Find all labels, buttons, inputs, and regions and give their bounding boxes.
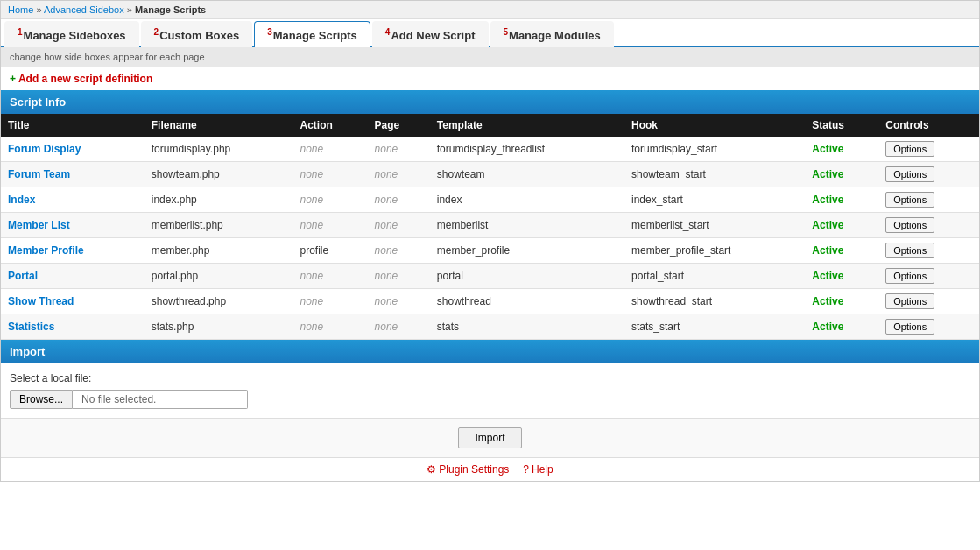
title-link[interactable]: Member List	[8, 219, 70, 231]
options-button[interactable]: Options	[885, 217, 934, 233]
nav-tabs: 1Manage Sideboxes2Custom Boxes3Manage Sc…	[1, 19, 979, 47]
table-row: Member List memberlist.php none none mem…	[1, 213, 979, 238]
cell-filename: memberlist.php	[145, 213, 293, 238]
cell-filename: index.php	[145, 187, 293, 213]
cell-hook: memberlist_start	[624, 213, 805, 238]
cell-hook: index_start	[624, 187, 805, 213]
plugin-settings-link[interactable]: ⚙ Plugin Settings	[427, 463, 509, 476]
cell-controls: Options	[878, 314, 979, 340]
cell-template: member_profile	[430, 238, 624, 264]
tab-manage-sideboxes[interactable]: 1Manage Sideboxes	[4, 21, 139, 47]
cell-action: none	[293, 137, 368, 162]
status-badge: Active	[812, 194, 843, 206]
help-link[interactable]: ? Help	[523, 463, 553, 476]
cell-title: Member List	[1, 213, 145, 238]
plugin-settings-icon: ⚙	[427, 463, 436, 476]
add-new-script-link[interactable]: Add a new script definition	[10, 73, 152, 85]
breadcrumb-advanced-sidebox[interactable]: Advanced Sidebox	[44, 4, 124, 15]
tab-manage-modules[interactable]: 5Manage Modules	[490, 21, 614, 47]
cell-template: showthread	[430, 289, 624, 314]
browse-button[interactable]: Browse...	[10, 390, 73, 409]
cell-page: none	[368, 264, 430, 289]
import-btn-row: Import	[1, 418, 979, 457]
cell-status: Active	[805, 289, 878, 314]
table-header-row: Title Filename Action Page Template Hook…	[1, 114, 979, 137]
cell-filename: showteam.php	[145, 162, 293, 187]
cell-page: none	[368, 162, 430, 187]
page-wrapper: Home » Advanced Sidebox » Manage Scripts…	[0, 0, 980, 482]
cell-template: index	[430, 187, 624, 213]
breadcrumb-current: Manage Scripts	[135, 4, 206, 15]
cell-controls: Options	[878, 187, 979, 213]
import-body: Select a local file: Browse... No file s…	[1, 363, 979, 418]
cell-controls: Options	[878, 137, 979, 162]
table-row: Member Profile member.php profile none m…	[1, 238, 979, 264]
options-button[interactable]: Options	[885, 268, 934, 284]
cell-page: none	[368, 213, 430, 238]
description-bar: change how side boxes appear for each pa…	[1, 47, 979, 67]
options-button[interactable]: Options	[885, 166, 934, 182]
cell-template: memberlist	[430, 213, 624, 238]
status-badge: Active	[812, 219, 843, 231]
title-link[interactable]: Portal	[8, 270, 38, 282]
cell-hook: showteam_start	[624, 162, 805, 187]
col-page: Page	[368, 114, 430, 137]
file-input-row: Browse... No file selected.	[10, 390, 970, 409]
title-link[interactable]: Forum Display	[8, 143, 81, 155]
table-row: Index index.php none none index index_st…	[1, 187, 979, 213]
tab-manage-scripts[interactable]: 3Manage Scripts	[254, 21, 370, 47]
options-button[interactable]: Options	[885, 293, 934, 309]
cell-page: none	[368, 314, 430, 340]
breadcrumb-home[interactable]: Home	[8, 4, 33, 15]
title-link[interactable]: Index	[8, 194, 35, 206]
title-link[interactable]: Statistics	[8, 321, 54, 333]
cell-status: Active	[805, 162, 878, 187]
import-submit-button[interactable]: Import	[458, 427, 521, 448]
cell-action: none	[293, 314, 368, 340]
plugin-settings-label: Plugin Settings	[439, 463, 509, 476]
cell-action: none	[293, 162, 368, 187]
description-text: change how side boxes appear for each pa…	[10, 52, 205, 62]
cell-filename: member.php	[145, 238, 293, 264]
cell-controls: Options	[878, 238, 979, 264]
footer: ⚙ Plugin Settings ? Help	[1, 457, 979, 481]
cell-filename: forumdisplay.php	[145, 137, 293, 162]
cell-title: Index	[1, 187, 145, 213]
title-link[interactable]: Forum Team	[8, 168, 70, 180]
col-controls: Controls	[878, 114, 979, 137]
col-filename: Filename	[145, 114, 293, 137]
cell-action: profile	[293, 238, 368, 264]
status-badge: Active	[812, 270, 843, 282]
tab-add-new-script[interactable]: 4Add New Script	[372, 21, 489, 47]
options-button[interactable]: Options	[885, 192, 934, 208]
help-icon: ?	[523, 463, 529, 476]
cell-page: none	[368, 238, 430, 264]
cell-action: none	[293, 187, 368, 213]
cell-title: Show Thread	[1, 289, 145, 314]
cell-status: Active	[805, 264, 878, 289]
cell-status: Active	[805, 187, 878, 213]
status-badge: Active	[812, 143, 843, 155]
status-badge: Active	[812, 244, 843, 257]
title-link[interactable]: Show Thread	[8, 295, 74, 307]
title-link[interactable]: Member Profile	[8, 244, 84, 257]
cell-title: Forum Display	[1, 137, 145, 162]
cell-title: Member Profile	[1, 238, 145, 264]
tab-custom-boxes[interactable]: 2Custom Boxes	[141, 21, 253, 47]
cell-controls: Options	[878, 289, 979, 314]
options-button[interactable]: Options	[885, 319, 934, 335]
table-row: Forum Team showteam.php none none showte…	[1, 162, 979, 187]
cell-hook: portal_start	[624, 264, 805, 289]
options-button[interactable]: Options	[885, 243, 934, 258]
cell-title: Portal	[1, 264, 145, 289]
cell-status: Active	[805, 213, 878, 238]
col-action: Action	[293, 114, 368, 137]
cell-controls: Options	[878, 162, 979, 187]
import-section: Import Select a local file: Browse... No…	[1, 340, 979, 418]
cell-template: showteam	[430, 162, 624, 187]
help-label: Help	[532, 463, 553, 476]
cell-page: none	[368, 137, 430, 162]
options-button[interactable]: Options	[885, 141, 934, 157]
cell-controls: Options	[878, 264, 979, 289]
cell-template: forumdisplay_threadlist	[430, 137, 624, 162]
